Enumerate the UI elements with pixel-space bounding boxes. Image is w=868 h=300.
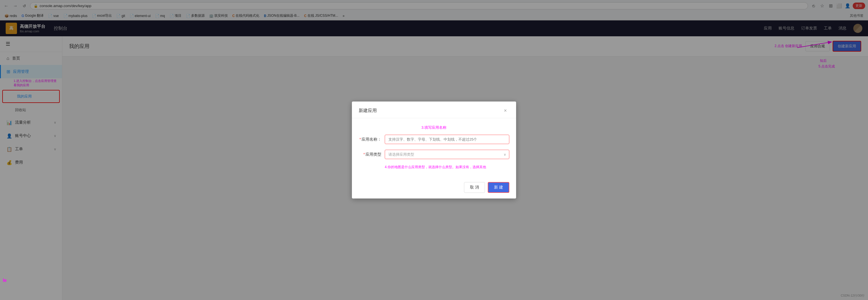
dialog-title: 新建应用 (359, 108, 377, 114)
dialog-footer: 取 消 新 建 (352, 179, 516, 198)
confirm-button[interactable]: 新 建 (488, 182, 509, 193)
dialog-step3-hint: 3.填写应用名称 (359, 125, 509, 130)
modal-overlay[interactable]: 新建应用 × 3.填写应用名称 *应用名称： *应用类型 请选择应用类型 And… (0, 0, 868, 300)
app-type-select[interactable]: 请选择应用类型 Android iOS Web端 服务端 其他 (385, 150, 509, 159)
app-name-input[interactable] (385, 135, 509, 144)
dialog: 新建应用 × 3.填写应用名称 *应用名称： *应用类型 请选择应用类型 And… (352, 102, 516, 198)
step4-hint: 4.你的地图是什么应用类型，就选择什么类型。如果没有，选择其他 (359, 165, 509, 172)
app-name-row: *应用名称： (359, 135, 509, 144)
dialog-body: 3.填写应用名称 *应用名称： *应用类型 请选择应用类型 Android iO… (352, 118, 516, 179)
cancel-button[interactable]: 取 消 (464, 182, 485, 193)
app-type-row: *应用类型 请选择应用类型 Android iOS Web端 服务端 其他 ∨ (359, 150, 509, 159)
app-name-label: *应用名称： (359, 137, 381, 142)
app-type-label: *应用类型 (359, 152, 381, 157)
app-type-select-wrapper: 请选择应用类型 Android iOS Web端 服务端 其他 ∨ (385, 150, 509, 159)
required-star2: * (364, 152, 365, 157)
dialog-header: 新建应用 × (352, 102, 516, 118)
required-star: * (360, 137, 361, 141)
dialog-close-button[interactable]: × (501, 107, 509, 114)
